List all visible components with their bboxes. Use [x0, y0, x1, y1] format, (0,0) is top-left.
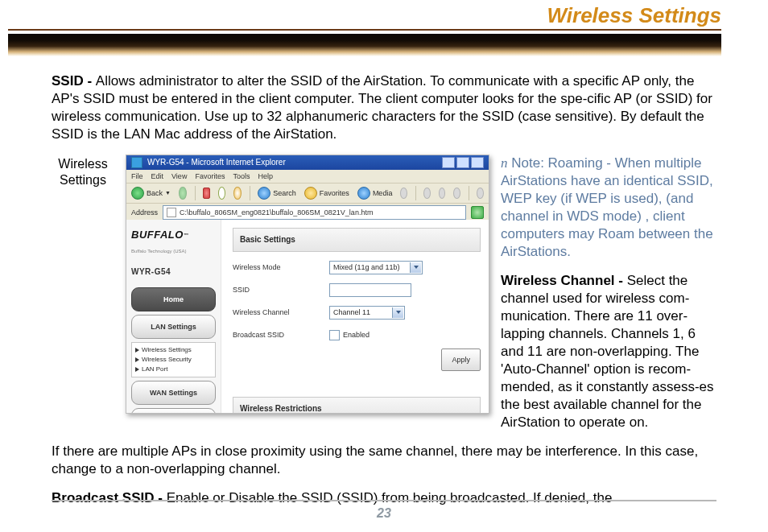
edit-button[interactable] [453, 188, 460, 199]
page-number: 23 [0, 506, 768, 521]
brand-logo: BUFFALO™ [131, 226, 216, 244]
apply-button[interactable]: Apply [441, 348, 481, 371]
ssid-paragraph: SSID - Allows administrator to alter the… [52, 72, 716, 143]
browser-screenshot: WYR-G54 - Microsoft Internet Explorer Fi… [126, 155, 489, 414]
favorites-button[interactable]: Favorites [304, 184, 349, 202]
broadcast-paragraph: Broadcast SSID - Enable or Disable the S… [52, 489, 716, 507]
right-column: n Note: Roaming - When multiple AirStati… [501, 155, 716, 431]
search-button[interactable]: Search [258, 184, 296, 202]
page-header: Wireless Settings [0, 0, 768, 63]
wireless-channel-select[interactable]: Channel 11 [329, 306, 405, 320]
ssid-label: SSID - [52, 73, 96, 89]
header-band [8, 34, 721, 56]
back-button[interactable]: Back ▼ [131, 184, 171, 202]
mail-button[interactable] [423, 188, 431, 199]
ie-menubar: File Edit View Favorites Tools Help [126, 170, 489, 184]
router-sidebar: BUFFALO™ Buffalo Technology (USA) WYR-G5… [126, 220, 221, 413]
go-button[interactable] [471, 206, 484, 219]
nav-sublist: Wireless Settings Wireless Security LAN … [131, 342, 216, 377]
wireless-restrictions-header: Wireless Restrictions [233, 397, 481, 414]
history-button[interactable] [400, 188, 407, 199]
toolbar-separator [250, 186, 250, 200]
basic-settings-header: Basic Settings [233, 228, 481, 252]
address-input[interactable]: C:\buffalo_806SM_eng0821\buffalo_806SM_0… [163, 205, 466, 220]
nav-wireless-security[interactable]: Wireless Security [135, 355, 212, 365]
print-button[interactable] [439, 188, 446, 199]
menu-file[interactable]: File [131, 167, 143, 185]
figure-row: Wireless Settings WYR-G54 - Microsoft In… [52, 155, 716, 431]
menu-edit[interactable]: Edit [151, 167, 164, 185]
ssid-input[interactable] [329, 283, 411, 297]
search-icon [258, 187, 270, 200]
row-broadcast-ssid: Broadcast SSID Enabled [233, 326, 481, 344]
forward-button[interactable] [179, 187, 187, 200]
header-rule [8, 29, 721, 31]
broadcast-ssid-checkbox[interactable] [329, 330, 340, 340]
manual-page: Wireless Settings SSID - Allows administ… [0, 0, 768, 532]
nav-lan-port[interactable]: LAN Port [135, 365, 212, 374]
menu-view[interactable]: View [171, 167, 187, 185]
ssid-text: Allows administrator to alter the SSID o… [52, 73, 712, 142]
nav-wireless-settings[interactable]: Wireless Settings [135, 345, 212, 355]
menu-tools[interactable]: Tools [233, 167, 250, 185]
page-body: SSID - Allows administrator to alter the… [52, 72, 716, 518]
roaming-note: n Note: Roaming - When multiple AirStati… [501, 155, 716, 261]
wireless-channel-paragraph: Wireless Channel - Select the channel us… [501, 272, 716, 431]
home-button[interactable] [233, 187, 242, 200]
nav-wan-settings[interactable]: WAN Settings [131, 381, 216, 405]
minimize-button[interactable] [442, 157, 455, 168]
page-icon [167, 208, 176, 217]
nav-network[interactable]: Network [131, 408, 216, 414]
maximize-button[interactable] [456, 157, 469, 168]
footer-rule [52, 500, 716, 501]
window-buttons [442, 157, 484, 168]
interference-paragraph: If there are multiple APs in close proxi… [52, 443, 716, 478]
triangle-icon [135, 367, 139, 372]
stop-button[interactable] [203, 188, 210, 199]
router-main-panel: Basic Settings Wireless Mode Mixed (11g … [221, 220, 489, 413]
triangle-icon [135, 357, 139, 362]
nav-lan-settings[interactable]: LAN Settings [131, 315, 216, 339]
ie-toolbar: Back ▼ Search Favorites Media [126, 184, 489, 204]
extra-button[interactable] [477, 188, 484, 199]
close-button[interactable] [471, 157, 484, 168]
ie-icon [131, 157, 142, 168]
back-icon [131, 187, 144, 200]
row-ssid: SSID [233, 281, 481, 299]
row-wireless-mode: Wireless Mode Mixed (11g and 11b) [233, 258, 481, 276]
media-icon [357, 187, 370, 200]
model-label: WYR-G54 [131, 263, 216, 281]
triangle-icon [135, 348, 139, 353]
toolbar-separator [469, 186, 469, 200]
media-button[interactable]: Media [357, 184, 393, 202]
wireless-mode-select[interactable]: Mixed (11g and 11b) [329, 261, 423, 274]
figure-caption: Wireless Settings [52, 155, 114, 431]
toolbar-separator [415, 186, 416, 200]
chevron-down-icon [414, 266, 419, 269]
menu-help[interactable]: Help [258, 167, 273, 185]
row-wireless-channel: Wireless Channel Channel 11 [233, 303, 481, 321]
page-title: Wireless Settings [547, 3, 721, 28]
menu-favorites[interactable]: Favorites [195, 167, 225, 185]
refresh-button[interactable] [218, 187, 226, 200]
toolbar-separator [195, 186, 196, 200]
star-icon [304, 187, 317, 200]
address-label: Address [131, 204, 158, 221]
chevron-down-icon [396, 311, 401, 314]
router-admin-page: BUFFALO™ Buffalo Technology (USA) WYR-G5… [126, 220, 489, 413]
brand-subtitle: Buffalo Technology (USA) [131, 242, 216, 260]
nav-home[interactable]: Home [131, 287, 216, 311]
